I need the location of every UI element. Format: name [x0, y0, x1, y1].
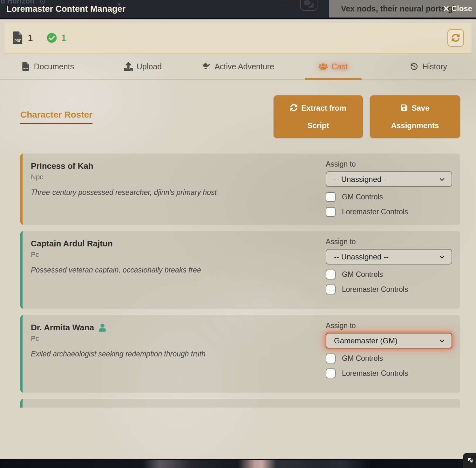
- upload-icon: [124, 62, 133, 71]
- chevron-down-icon: [438, 337, 446, 345]
- assignment-select[interactable]: -- Unassigned --: [326, 249, 452, 265]
- dragon-icon: [202, 62, 211, 71]
- users-icon: [319, 62, 328, 71]
- loremaster-controls-row: Loremaster Controls: [326, 368, 452, 378]
- save-assignments-button[interactable]: Save Assignments: [370, 95, 460, 138]
- player-assigned-icon: [99, 324, 106, 332]
- loremaster-controls-checkbox[interactable]: [326, 285, 336, 294]
- character-card: Princess of Kah Npc Three-century posses…: [20, 154, 460, 225]
- tab-bar: PDF Documents Upload Active Adventure: [0, 53, 476, 80]
- extract-from-script-button[interactable]: Extract from Script: [274, 95, 363, 138]
- character-type: Pc: [31, 251, 326, 259]
- character-roster-list: Princess of Kah Npc Three-century posses…: [20, 154, 460, 408]
- refresh-icon: [452, 34, 460, 42]
- character-info: Dr. Armita Wana Pc Exiled archaeologist …: [31, 321, 326, 385]
- character-name: Princess of Kah: [31, 161, 326, 171]
- gm-controls-row: GM Controls: [326, 192, 452, 202]
- tab-upload[interactable]: Upload: [95, 53, 191, 79]
- history-icon: [410, 62, 418, 71]
- assignment-select-value: -- Unassigned --: [334, 252, 438, 261]
- page-title: Character Roster: [20, 110, 92, 124]
- character-name: Dr. Armita Wana: [31, 323, 326, 333]
- tab-label: Documents: [34, 62, 74, 71]
- character-info: Princess of Kah Npc Three-century posses…: [31, 160, 326, 217]
- loremaster-controls-label: Loremaster Controls: [342, 369, 408, 378]
- cast-panel: Character Roster Extract from Script Sav…: [0, 95, 476, 408]
- svg-text:PDF: PDF: [23, 67, 28, 70]
- tab-documents[interactable]: PDF Documents: [0, 53, 95, 79]
- gm-controls-row: GM Controls: [326, 354, 452, 363]
- character-card: Captain Ardul Rajtun Pc Possessed vetera…: [20, 231, 460, 309]
- tab-label: Active Adventure: [214, 62, 274, 71]
- loremaster-controls-label: Loremaster Controls: [342, 285, 408, 294]
- assignment-select-value: -- Unassigned --: [334, 175, 438, 184]
- ready-count-group: 1: [47, 33, 66, 43]
- extract-button-label: Extract from Script: [301, 104, 346, 130]
- refresh-icon: [290, 104, 297, 111]
- location-target-icon: [39, 0, 46, 4]
- assignment-select[interactable]: Gamemaster (GM): [326, 333, 452, 348]
- chevron-down-icon: [438, 176, 446, 183]
- save-icon: [400, 104, 408, 111]
- close-icon: ✕: [443, 5, 450, 13]
- modal-body: PDF 1 1 PDF: [0, 20, 476, 459]
- character-name-text: Princess of Kah: [31, 161, 93, 171]
- gm-controls-checkbox[interactable]: [326, 270, 336, 279]
- assignment-controls: Assign to -- Unassigned -- GM Controls L…: [326, 160, 452, 217]
- gm-controls-label: GM Controls: [342, 270, 383, 279]
- loremaster-controls-checkbox[interactable]: [326, 207, 336, 217]
- loremaster-controls-label: Loremaster Controls: [342, 208, 408, 216]
- expand-diagonal-icon: [466, 456, 474, 464]
- svg-text:PDF: PDF: [14, 39, 21, 43]
- pdf-count-group: PDF 1: [12, 31, 33, 44]
- modal-header: d Horizon ▾ Vex nods, their neural ports…: [0, 0, 476, 18]
- pdf-count: 1: [28, 33, 33, 43]
- gm-controls-label: GM Controls: [342, 354, 383, 363]
- check-circle-icon: [47, 33, 57, 43]
- assign-to-label: Assign to: [326, 160, 452, 169]
- assign-to-label: Assign to: [326, 321, 452, 330]
- window-title: Loremaster Content Manager: [6, 4, 126, 14]
- chat-bubbles-icon: [303, 0, 314, 9]
- loremaster-controls-row: Loremaster Controls: [326, 285, 452, 294]
- chat-button: [300, 0, 317, 11]
- tab-history[interactable]: History: [381, 53, 476, 79]
- assignment-select[interactable]: -- Unassigned --: [326, 171, 452, 187]
- loremaster-controls-checkbox[interactable]: [326, 368, 336, 378]
- gm-controls-checkbox[interactable]: [326, 192, 336, 202]
- character-description: Exiled archaeologist seeking redemption …: [31, 350, 326, 358]
- status-bar: PDF 1 1: [4, 23, 472, 53]
- pdf-file-icon: PDF: [21, 62, 30, 71]
- close-button[interactable]: ✕ Close: [441, 4, 474, 13]
- background-page-strip: [0, 459, 476, 468]
- character-description: Three-century possessed researcher, djin…: [31, 188, 326, 197]
- gm-controls-row: GM Controls: [326, 270, 452, 279]
- expand-button[interactable]: [463, 453, 476, 468]
- assign-to-label: Assign to: [326, 237, 452, 246]
- gm-controls-checkbox[interactable]: [326, 354, 336, 363]
- loremaster-controls-row: Loremaster Controls: [326, 207, 452, 217]
- character-type: Pc: [31, 334, 326, 343]
- pdf-file-icon: PDF: [12, 31, 24, 44]
- gm-controls-label: GM Controls: [342, 193, 383, 201]
- tab-cast[interactable]: Cast: [286, 53, 381, 79]
- close-label: Close: [452, 4, 472, 13]
- header-accent-line: [0, 19, 476, 20]
- tab-label: History: [422, 62, 447, 71]
- character-type: Npc: [31, 173, 326, 181]
- save-button-label: Save Assignments: [391, 104, 439, 130]
- ready-count: 1: [61, 33, 66, 43]
- roster-header: Character Roster Extract from Script Sav…: [20, 95, 460, 138]
- character-card: Dr. Armita Wana Pc Exiled archaeologist …: [20, 315, 460, 393]
- loremaster-content-manager-window: d Horizon ▾ Vex nods, their neural ports…: [0, 0, 476, 468]
- tab-active-adventure[interactable]: Active Adventure: [190, 53, 286, 79]
- refresh-button[interactable]: [447, 29, 464, 47]
- character-name: Captain Ardul Rajtun: [31, 239, 326, 249]
- tab-label: Upload: [137, 62, 162, 71]
- character-card-partial: [20, 399, 460, 408]
- roster-actions: Extract from Script Save Assignments: [274, 95, 460, 138]
- assignment-controls: Assign to Gamemaster (GM) GM Controls Lo…: [326, 321, 452, 385]
- character-description: Possessed veteran captain, occasionally …: [31, 266, 326, 274]
- character-name-text: Captain Ardul Rajtun: [31, 239, 113, 249]
- tab-label: Cast: [331, 62, 348, 71]
